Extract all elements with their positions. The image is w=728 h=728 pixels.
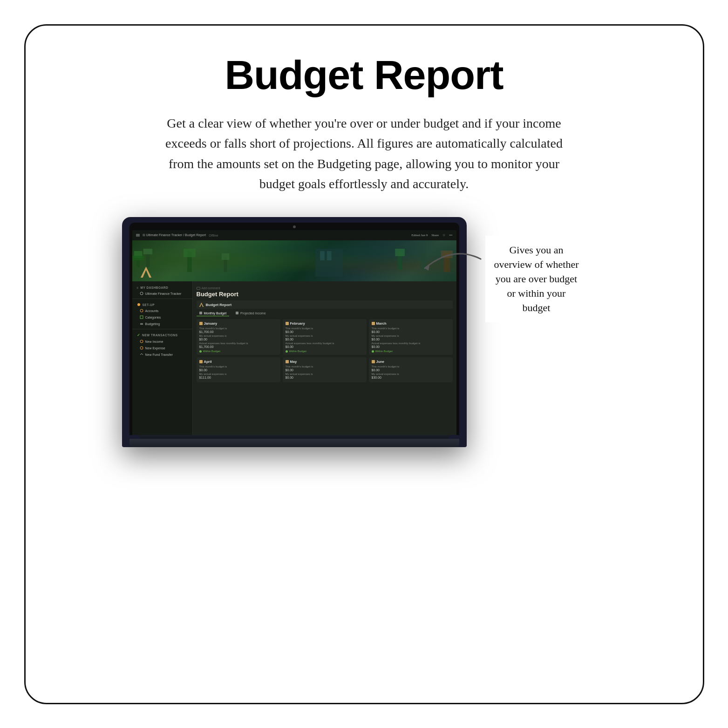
tab-projected-income[interactable]: Projected Income xyxy=(233,311,268,316)
description-text: Get a clear view of whether you're over … xyxy=(155,113,574,194)
main-content: Add comment Budget Report Budget Report xyxy=(193,281,456,435)
annotation-area: Gives you an overview of whether you are… xyxy=(485,236,606,322)
month-card-february: February This month's budget is $0.00 My… xyxy=(283,319,367,355)
laptop-container: ⊞ Ultimate Finance Tracker / Budget Repo… xyxy=(122,217,467,447)
edited-label: Edited Jan 9 xyxy=(412,233,428,237)
page-title: Budget Report xyxy=(225,54,503,96)
svg-rect-20 xyxy=(140,316,143,319)
tab-projected-icon xyxy=(236,312,238,314)
sidebar-new-tx-header: ✓ NEW TRANSACTIONS xyxy=(132,331,192,338)
svg-rect-21 xyxy=(140,323,143,324)
tabs-bar: Monthly Budget Projected Income xyxy=(197,311,453,316)
hero-banner xyxy=(132,240,456,281)
svg-rect-22 xyxy=(140,324,143,325)
svg-rect-16 xyxy=(327,251,331,260)
tab-grid-icon xyxy=(199,312,202,314)
offline-status: Offline xyxy=(209,234,218,237)
laptop-shell: ⊞ Ultimate Finance Tracker / Budget Repo… xyxy=(122,217,467,447)
sidebar-item-categories[interactable]: Categories xyxy=(132,314,192,320)
budget-report-bar: Budget Report xyxy=(197,300,453,309)
svg-point-24 xyxy=(140,347,143,349)
sidebar-item-new-income[interactable]: New Income xyxy=(132,338,192,345)
sidebar-item-finance-tracker[interactable]: Ultimate Finance Tracker xyxy=(132,290,192,297)
topbar-right: Edited Jan 9 Share ☆ ••• xyxy=(412,233,453,237)
screen-bezel: ⊞ Ultimate Finance Tracker / Budget Repo… xyxy=(129,223,459,435)
tab-monthly-budget[interactable]: Monthly Budget xyxy=(197,311,230,316)
sidebar-divider-1 xyxy=(132,299,192,299)
sidebar-item-budgeting[interactable]: Budgeting xyxy=(132,320,192,327)
share-button[interactable]: Share xyxy=(431,233,439,237)
svg-point-17 xyxy=(140,292,143,295)
laptop-hinge xyxy=(139,435,450,439)
camera-dot xyxy=(293,225,296,228)
app-page-title: Budget Report xyxy=(197,291,453,298)
svg-point-23 xyxy=(140,340,143,343)
month-grid: January This month's budget is $1,700.00… xyxy=(197,319,453,382)
sidebar-divider-2 xyxy=(132,329,192,329)
budget-report-icon xyxy=(199,302,204,307)
more-icon[interactable]: ••• xyxy=(449,233,452,237)
month-card-march: March This month's budget is $0.00 My ac… xyxy=(369,319,453,355)
svg-rect-10 xyxy=(395,249,405,256)
app-topbar: ⊞ Ultimate Finance Tracker / Budget Repo… xyxy=(132,230,456,240)
content-body: ≡ MY DASHBOARD Ultimate Finance Tracker xyxy=(132,281,456,435)
hamburger-icon[interactable] xyxy=(136,234,140,237)
breadcrumb: ⊞ Ultimate Finance Tracker / Budget Repo… xyxy=(143,233,206,237)
sidebar-setup-header: SET-UP xyxy=(132,301,192,307)
svg-point-19 xyxy=(140,309,143,312)
bookmark-icon[interactable]: ☆ xyxy=(442,233,445,237)
month-card-may: May This month's budget is $0.00 My actu… xyxy=(283,357,367,382)
screen-content: ⊞ Ultimate Finance Tracker / Budget Repo… xyxy=(132,230,456,435)
svg-rect-6 xyxy=(184,249,196,257)
annotation-arrow xyxy=(415,240,490,278)
sidebar-dashboard-header: ≡ MY DASHBOARD xyxy=(132,284,192,290)
add-comment-bar: Add comment xyxy=(197,285,453,291)
hero-pixel-art xyxy=(132,249,456,281)
sidebar: ≡ MY DASHBOARD Ultimate Finance Tracker xyxy=(132,281,193,435)
annotation-text: Gives you an overview of whether you are… xyxy=(485,236,588,322)
svg-rect-2 xyxy=(132,256,144,260)
laptop-base xyxy=(129,439,459,447)
month-card-april: April This month's budget is $0.00 My ac… xyxy=(197,357,280,382)
sidebar-item-new-expense[interactable]: New Expense xyxy=(132,345,192,351)
outer-card: Budget Report Get a clear view of whethe… xyxy=(24,24,704,704)
sidebar-item-new-fund-transfer[interactable]: New Fund Transfer xyxy=(132,351,192,358)
month-card-january: January This month's budget is $1,700.00… xyxy=(197,319,280,355)
comment-icon xyxy=(197,287,200,290)
budget-report-tab-label[interactable]: Budget Report xyxy=(206,303,232,307)
laptop-area: ⊞ Ultimate Finance Tracker / Budget Repo… xyxy=(63,217,666,447)
sidebar-item-accounts[interactable]: Accounts xyxy=(132,307,192,314)
svg-rect-15 xyxy=(320,251,325,260)
month-card-june: June This month's budget is $0.00 My act… xyxy=(369,357,453,382)
svg-rect-8 xyxy=(221,253,229,260)
svg-rect-4 xyxy=(143,249,152,254)
svg-point-18 xyxy=(137,303,140,306)
